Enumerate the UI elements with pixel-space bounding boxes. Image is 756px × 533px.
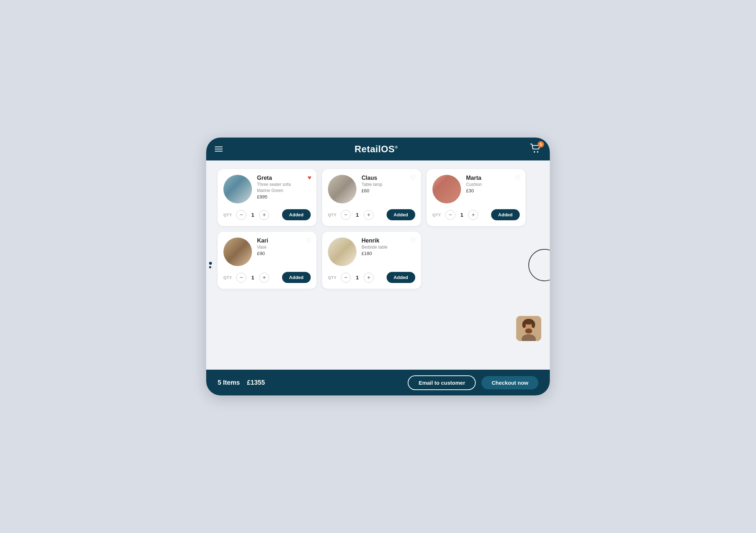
- add-button-kari[interactable]: Added: [282, 272, 311, 283]
- products-grid: Greta Three seater sofa Marine Green £99…: [218, 169, 525, 289]
- main-content: Greta Three seater sofa Marine Green £99…: [206, 160, 550, 370]
- dot-1: [209, 262, 212, 265]
- footer-total-price: £1355: [247, 379, 265, 386]
- qty-increase-marta[interactable]: +: [468, 210, 478, 220]
- dot-2: [209, 266, 211, 268]
- email-to-customer-button[interactable]: Email to customer: [408, 375, 476, 390]
- product-card-kari: Kari Vase £90 ♡ QTY − 1 + Added: [218, 232, 316, 289]
- qty-value-henrik: 1: [354, 274, 361, 280]
- favorite-icon-marta[interactable]: ♡: [515, 174, 520, 182]
- header: RetailOS® 5: [206, 138, 550, 160]
- cart-badge: 5: [538, 141, 544, 148]
- product-card-claus: Claus Table lamp £60 ♡ QTY − 1 + Added: [322, 169, 421, 226]
- product-price-kari: £90: [257, 251, 311, 256]
- product-name-marta: Marta: [466, 175, 520, 181]
- avatar-image: [516, 316, 541, 341]
- product-desc-greta: Three seater sofa: [257, 182, 311, 187]
- svg-point-7: [532, 321, 535, 328]
- add-button-henrik[interactable]: Added: [387, 272, 415, 283]
- qty-value-claus: 1: [354, 212, 361, 218]
- qty-increase-greta[interactable]: +: [259, 210, 269, 220]
- add-button-greta[interactable]: Added: [282, 209, 311, 220]
- qty-value-greta: 1: [249, 212, 256, 218]
- app-title: RetailOS®: [355, 144, 398, 155]
- qty-increase-claus[interactable]: +: [364, 210, 374, 220]
- product-image-claus: [328, 175, 357, 203]
- favorite-icon-greta[interactable]: ♥: [307, 174, 311, 182]
- side-dots: [209, 262, 212, 268]
- qty-label-henrik: QTY: [328, 275, 336, 280]
- product-info-greta: Greta Three seater sofa Marine Green £99…: [257, 175, 311, 200]
- qty-label-greta: QTY: [223, 213, 232, 217]
- product-price-henrik: £180: [362, 251, 415, 256]
- product-image-henrik: [328, 237, 357, 266]
- product-card-marta: Marta Cushion £30 ♡ QTY − 1 + Added: [427, 169, 525, 226]
- product-card-henrik: Henrik Bedside table £180 ♡ QTY − 1 + Ad…: [322, 232, 421, 289]
- product-price-marta: £30: [466, 188, 520, 193]
- customer-avatar: [516, 316, 541, 341]
- product-image-marta: [432, 175, 461, 203]
- svg-point-6: [522, 321, 526, 328]
- add-button-marta[interactable]: Added: [491, 209, 520, 220]
- checkout-now-button[interactable]: Checkout now: [481, 376, 538, 389]
- qty-value-kari: 1: [249, 274, 256, 280]
- qty-value-marta: 1: [458, 212, 465, 218]
- qty-row-kari: QTY − 1 + Added: [223, 272, 311, 283]
- qty-decrease-henrik[interactable]: −: [341, 273, 351, 283]
- product-name-greta: Greta: [257, 175, 311, 181]
- qty-label-marta: QTY: [432, 213, 441, 217]
- qty-row-henrik: QTY − 1 + Added: [328, 272, 415, 283]
- qty-label-claus: QTY: [328, 213, 336, 217]
- product-image-greta: [223, 175, 252, 203]
- product-name-claus: Claus: [362, 175, 415, 181]
- product-desc-claus: Table lamp: [362, 182, 415, 187]
- product-image-kari: [223, 237, 252, 266]
- product-desc-marta: Cushion: [466, 182, 520, 187]
- product-info-kari: Kari Vase £90: [257, 237, 311, 256]
- qty-increase-kari[interactable]: +: [259, 273, 269, 283]
- footer: 5 Items £1355 Email to customer Checkout…: [206, 370, 550, 395]
- footer-items-count: 5 Items: [218, 379, 240, 386]
- product-info-marta: Marta Cushion £30: [466, 175, 520, 193]
- qty-decrease-greta[interactable]: −: [236, 210, 246, 220]
- qty-decrease-marta[interactable]: −: [445, 210, 455, 220]
- qty-row-claus: QTY − 1 + Added: [328, 209, 415, 220]
- product-info-claus: Claus Table lamp £60: [362, 175, 415, 193]
- svg-point-1: [537, 151, 538, 153]
- product-desc-henrik: Bedside table: [362, 245, 415, 250]
- qty-decrease-kari[interactable]: −: [236, 273, 246, 283]
- device-frame: RetailOS® 5 Gre: [206, 138, 550, 395]
- add-button-claus[interactable]: Added: [387, 209, 415, 220]
- product-desc-kari: Vase: [257, 245, 311, 250]
- product-price-claus: £60: [362, 188, 415, 193]
- qty-row-greta: QTY − 1 + Added: [223, 209, 311, 220]
- qty-decrease-claus[interactable]: −: [341, 210, 351, 220]
- product-name-kari: Kari: [257, 237, 311, 244]
- qty-increase-henrik[interactable]: +: [364, 273, 374, 283]
- product-price-greta: £995: [257, 194, 311, 200]
- svg-point-8: [525, 328, 532, 333]
- svg-point-0: [534, 151, 535, 153]
- product-detail-greta: Marine Green: [257, 188, 311, 193]
- favorite-icon-claus[interactable]: ♡: [410, 174, 416, 182]
- qty-row-marta: QTY − 1 + Added: [432, 209, 520, 220]
- favorite-icon-henrik[interactable]: ♡: [410, 237, 416, 245]
- cart-button[interactable]: 5: [530, 143, 541, 155]
- product-card-greta: Greta Three seater sofa Marine Green £99…: [218, 169, 316, 226]
- menu-button[interactable]: [215, 147, 223, 152]
- qty-label-kari: QTY: [223, 275, 232, 280]
- favorite-icon-kari[interactable]: ♡: [306, 237, 311, 245]
- decorative-circle: [528, 249, 550, 281]
- product-info-henrik: Henrik Bedside table £180: [362, 237, 415, 256]
- product-name-henrik: Henrik: [362, 237, 415, 244]
